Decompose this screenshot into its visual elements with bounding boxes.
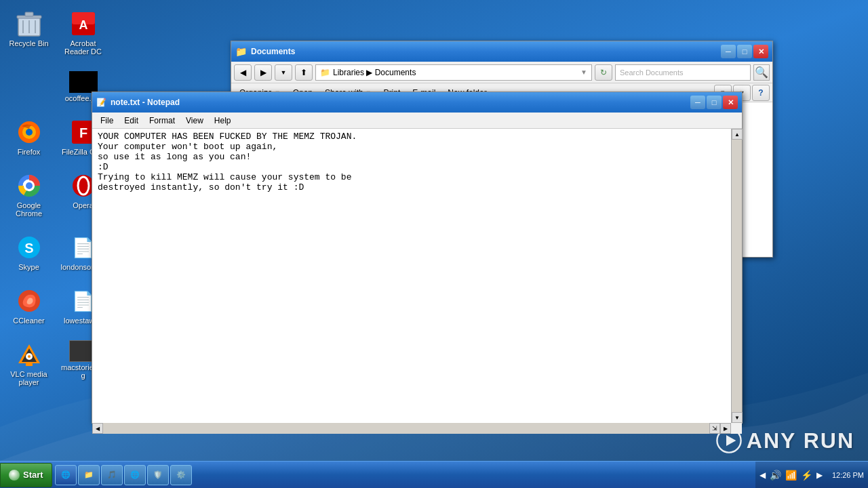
svg-point-26 xyxy=(28,355,31,358)
svg-text:F: F xyxy=(79,125,87,140)
address-text: Libraries ▶ Documents xyxy=(333,68,416,77)
taskbar-explorer-btn[interactable]: 📁 xyxy=(78,465,100,485)
vlc-label: VLC media player xyxy=(6,370,52,386)
notepad-close-btn[interactable]: ✕ xyxy=(723,96,738,109)
scroll-corner xyxy=(731,423,742,434)
start-label: Start xyxy=(23,470,43,480)
notepad-title: note.txt - Notepad xyxy=(111,98,690,107)
opera-label: Opera xyxy=(73,201,94,209)
forward-button[interactable]: ▶ xyxy=(254,64,272,81)
notepad-window-controls: ─ □ ✕ xyxy=(690,96,738,109)
taskbar-media-btn[interactable]: 🎵 xyxy=(101,465,123,485)
search-field[interactable]: Search Documents xyxy=(615,64,751,81)
search-placeholder: Search Documents xyxy=(620,68,684,77)
ie-icon: 🌐 xyxy=(61,470,71,479)
back-button[interactable]: ◀ xyxy=(234,64,252,81)
chrome-icon[interactable]: Google Chrome xyxy=(3,169,54,220)
start-orb-icon xyxy=(9,470,20,481)
notepad-title-icon: 📝 xyxy=(96,98,106,107)
notepad-line9: destroyed instantly, so don't try it :D xyxy=(98,182,726,192)
taskbar-chrome-btn[interactable]: 🌐 xyxy=(124,465,146,485)
scroll-track[interactable] xyxy=(732,140,742,412)
explorer-icon: 📁 xyxy=(84,470,94,479)
media-icon: 🎵 xyxy=(107,470,117,479)
anyrun-text: ANY RUN xyxy=(747,428,854,453)
svg-marker-28 xyxy=(726,435,736,446)
scroll-down-arrow[interactable]: ▼ xyxy=(732,412,743,423)
svg-rect-2 xyxy=(25,12,33,16)
documents-title-icon: 📁 xyxy=(235,46,247,57)
address-bar[interactable]: 📁 Libraries ▶ Documents ▼ xyxy=(315,64,592,81)
taskbar-chrome-icon: 🌐 xyxy=(130,470,140,479)
skype-label: Skype xyxy=(18,263,39,271)
help-btn[interactable]: ? xyxy=(752,85,770,101)
ccleaner-icon[interactable]: CCleaner xyxy=(3,284,54,327)
notepad-minimize-btn[interactable]: ─ xyxy=(690,96,705,109)
svg-point-16 xyxy=(26,182,33,189)
notepad-titlebar[interactable]: 📝 note.txt - Notepad ─ □ ✕ xyxy=(92,92,742,113)
up-button[interactable]: ⬆ xyxy=(295,64,313,81)
firefox-icon[interactable]: Firefox xyxy=(3,115,54,159)
notepad-help-menu[interactable]: Help xyxy=(209,113,237,128)
notepad-text-content[interactable]: YOUR COMPUTER HAS BEEN FUCKED BY THE MEM… xyxy=(92,129,731,423)
notepad-line6: :D xyxy=(98,162,726,172)
taskbar: Start 🌐 📁 🎵 🌐 🛡️ ⚙️ ◀ 🔊 📶 ⚡ ▶ xyxy=(0,461,868,488)
search-button[interactable]: 🔍 xyxy=(753,64,770,81)
vlc-icon[interactable]: VLC media player xyxy=(3,338,54,389)
ccleaner-label: CCleaner xyxy=(13,317,44,325)
taskbar-items: 🌐 📁 🎵 🌐 🛡️ ⚙️ xyxy=(52,465,755,485)
start-button[interactable]: Start xyxy=(0,463,52,487)
taskbar-tray: ◀ 🔊 📶 ⚡ ▶ 12:26 PM xyxy=(755,462,868,488)
notepad-line3: Your computer won't boot up again, xyxy=(98,142,726,152)
notepad-file-menu[interactable]: File xyxy=(95,113,119,128)
firefox-label: Firefox xyxy=(18,148,41,156)
address-folder-icon: 📁 xyxy=(320,68,330,77)
notepad-line4: so use it as long as you can! xyxy=(98,152,726,162)
cp-icon: ⚙️ xyxy=(176,470,186,479)
notepad-line1: YOUR COMPUTER HAS BEEN FUCKED BY THE MEM… xyxy=(98,131,726,142)
av-icon: 🛡️ xyxy=(153,470,163,479)
documents-titlebar[interactable]: 📁 Documents ─ □ ✕ xyxy=(231,41,772,62)
hscroll-right-btn[interactable]: ▶ xyxy=(720,423,731,434)
tray-network-icon[interactable]: 📶 xyxy=(785,470,797,481)
notepad-line8: Trying to kill MEMZ will cause your syst… xyxy=(98,172,726,182)
documents-minimize-btn[interactable]: ─ xyxy=(721,45,736,58)
documents-close-btn[interactable]: ✕ xyxy=(753,45,768,58)
scroll-up-arrow[interactable]: ▲ xyxy=(732,129,743,140)
taskbar-clock: 12:26 PM xyxy=(827,471,864,479)
notepad-format-menu[interactable]: Format xyxy=(144,113,180,128)
notepad-vertical-scrollbar[interactable]: ▲ ▼ xyxy=(731,129,742,423)
recent-pages-button[interactable]: ▼ xyxy=(275,64,292,81)
hscroll-resize-btn[interactable]: ⇲ xyxy=(709,423,720,434)
svg-point-17 xyxy=(73,175,94,197)
taskbar-av-btn[interactable]: 🛡️ xyxy=(147,465,169,485)
svg-point-11 xyxy=(26,129,33,136)
documents-window-controls: ─ □ ✕ xyxy=(721,45,768,58)
taskbar-ie-btn[interactable]: 🌐 xyxy=(55,465,77,485)
notepad-edit-menu[interactable]: Edit xyxy=(119,113,144,128)
documents-maximize-btn[interactable]: □ xyxy=(737,45,752,58)
recycle-bin-icon[interactable]: Recycle Bin xyxy=(3,7,54,58)
hscroll-track[interactable] xyxy=(103,423,709,434)
taskbar-cp-btn[interactable]: ⚙️ xyxy=(170,465,192,485)
refresh-button[interactable]: ↻ xyxy=(595,64,612,81)
skype-icon[interactable]: S Skype xyxy=(3,230,54,274)
svg-text:A: A xyxy=(79,18,87,32)
tray-power-icon[interactable]: ⚡ xyxy=(801,470,812,481)
tray-volume-icon[interactable]: 🔊 xyxy=(770,470,781,481)
documents-toolbar: ◀ ▶ ▼ ⬆ 📁 Libraries ▶ Documents ▼ ↻ Sear… xyxy=(231,62,772,83)
svg-rect-24 xyxy=(26,363,33,366)
notepad-maximize-btn[interactable]: □ xyxy=(707,96,722,109)
notepad-window: 📝 note.txt - Notepad ─ □ ✕ File Edit For… xyxy=(92,92,743,424)
tray-arrow-icon[interactable]: ▶ xyxy=(816,470,823,480)
notepad-bottom-scrollbar: ◀ ⇲ ▶ xyxy=(92,423,742,434)
acrobat-label: Acrobat Reader DC xyxy=(60,39,106,56)
hscroll-left-btn[interactable]: ◀ xyxy=(92,423,103,434)
notepad-view-menu[interactable]: View xyxy=(180,113,209,128)
notepad-body: YOUR COMPUTER HAS BEEN FUCKED BY THE MEM… xyxy=(92,129,742,423)
recycle-bin-label: Recycle Bin xyxy=(9,39,48,47)
address-dropdown[interactable]: ▼ xyxy=(580,68,587,76)
tray-expand-icon[interactable]: ◀ xyxy=(760,470,766,480)
acrobat-icon[interactable]: A Acrobat Reader DC xyxy=(58,7,108,58)
svg-text:S: S xyxy=(24,241,33,256)
